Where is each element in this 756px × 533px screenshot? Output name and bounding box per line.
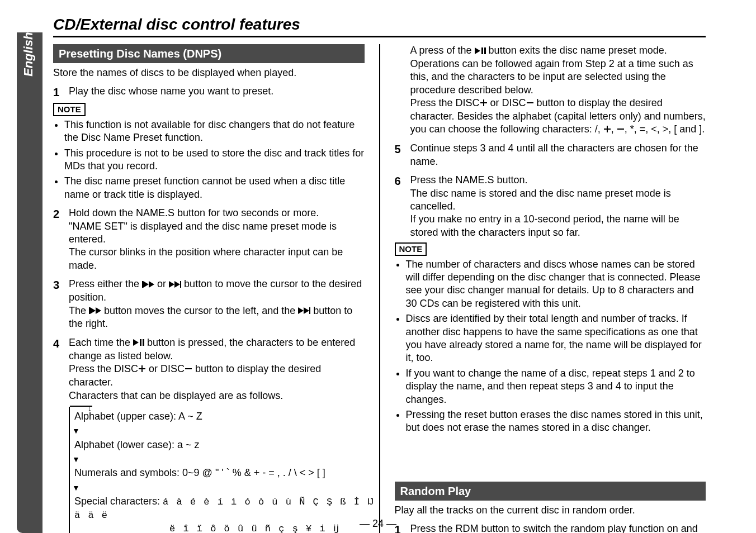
step-body: Press either the or button to move the c… [69,278,365,331]
section-head-random-play: Random Play [395,482,706,501]
text: The disc name is stored and the disc nam… [410,188,671,212]
prev-track-icon [89,304,101,317]
list-item: Pressing the reset button erases the dis… [406,408,706,435]
character-cycle-diagram: ↓ Alphabet (upper case): A ~ Z ▼ Alphabe… [69,407,382,533]
text: , [611,123,617,135]
text: Press the DISC [69,363,138,374]
step-2: 2 Hold down the NAME.S button for two se… [53,207,365,272]
text: Each time the [69,337,130,348]
text: Press the DISC [410,97,480,108]
text: Special characters: á à é è í ì ó ò ú ù … [74,495,382,522]
step-num: 2 [53,207,63,272]
text: Characters that can be displayed are as … [69,390,283,401]
svg-rect-5 [180,281,181,288]
text: Special characters: [74,496,160,507]
step-1: 1 Play the disc whose name you want to p… [53,85,365,99]
svg-marker-12 [133,339,139,346]
page-title: CD/External disc control features [53,16,706,37]
text: Alphabet (upper case): A ~ Z [74,410,382,423]
language-tab: English [17,32,42,533]
note-list: The number of characters and discs whose… [406,258,706,435]
text: A press of the [410,45,472,56]
step-4-continuation: A press of the button exits the disc nam… [410,44,706,136]
text: or DISC [488,97,526,108]
step-num: 4 [53,336,63,402]
step-num: 1 [53,85,63,99]
left-column: Presetting Disc Names (DNPS) Store the n… [53,44,365,533]
svg-marker-1 [143,281,149,288]
note-label: NOTE [53,103,86,116]
text: Press the NAME.S button. [410,174,528,185]
prev-track-icon [142,278,154,291]
svg-rect-11 [309,307,310,314]
step-body: Each time the button is pressed, the cha… [69,336,365,402]
text: button exits the disc name preset mode. [489,45,667,56]
text: , *, =, <, >, [ and ]. [625,123,705,135]
note-label: NOTE [395,242,427,256]
svg-rect-19 [481,47,483,54]
step-4: 4 Each time the button is pressed, the c… [53,336,365,402]
list-item: The number of characters and discs whose… [406,258,706,311]
svg-rect-16 [139,368,145,369]
svg-marker-3 [169,281,174,288]
intro-line: Store the names of discs to be displayed… [53,66,365,79]
list-item: If you want to change the name of a disc… [406,367,706,406]
down-arrow-icon: ▼ [72,454,80,464]
step-3: 3 Press either the or button to move the… [53,278,365,331]
play-pause-icon [475,45,486,58]
svg-rect-22 [480,102,487,103]
text: or DISC [146,363,185,374]
text: Numerals and symbols: 0~9 @ " ' ` % & + … [74,467,382,479]
minus-icon [185,363,192,376]
list-item: This procedure is not to be used to stor… [64,147,365,173]
text: Operations can be followed again from St… [410,58,693,96]
svg-marker-7 [90,307,96,314]
step-6: 6 Press the NAME.S button. The disc name… [395,174,706,239]
page-number: — 24 — [360,518,396,530]
next-track-icon [169,278,181,291]
text: button moves the cursor to the left, and… [104,305,295,316]
plus-icon [138,363,146,376]
svg-rect-17 [185,368,192,369]
list-item: This function is not available for disc … [64,118,365,145]
svg-rect-0 [142,281,143,288]
svg-marker-9 [298,307,304,314]
text: "NAME SET" is displayed and the disc nam… [69,221,337,245]
text: The [69,305,86,316]
minus-icon [617,123,625,136]
step-5: 5 Continue steps 3 and 4 until all the c… [395,142,706,168]
section-head-dnps: Presetting Disc Names (DNPS) [53,44,365,63]
step-body: Continue steps 3 and 4 until all the cha… [410,142,706,168]
down-arrow-icon: ▼ [72,426,80,436]
text: Hold down the NAME.S button for two seco… [69,207,319,218]
right-column: A press of the button exits the disc nam… [395,44,706,533]
step-body: Hold down the NAME.S button for two seco… [69,207,365,272]
svg-rect-13 [140,339,141,346]
step-1-rp: 1 Press the RDM button to switch the ran… [395,522,706,533]
down-arrow-icon: ▼ [72,483,80,493]
down-arrow-icon: ↓ [88,403,92,413]
svg-rect-23 [527,102,533,103]
step-num: 3 [53,278,63,331]
intro-line: Play all the tracks on the current disc … [395,504,706,517]
svg-marker-4 [174,281,180,288]
svg-marker-2 [149,281,154,288]
next-track-icon [298,304,310,317]
minus-icon [526,97,534,110]
text: Alphabet (lower case): a ~ z [74,439,382,451]
list-item: The disc name preset function cannot be … [64,175,365,201]
step-num: 6 [395,174,405,239]
step-num: 5 [395,142,405,168]
svg-marker-18 [475,47,480,54]
text: The cursor blinks in the position where … [69,246,343,270]
svg-marker-8 [96,307,101,314]
svg-rect-6 [89,307,90,314]
step-body: Press the NAME.S button. The disc name i… [410,174,706,239]
svg-rect-14 [143,339,144,346]
step-body: Press the RDM button to switch the rando… [410,522,706,533]
plus-icon [603,123,611,136]
text: Press the RDM button to switch the rando… [410,523,698,533]
svg-rect-25 [604,129,611,130]
svg-marker-10 [304,307,309,314]
svg-rect-20 [484,47,486,54]
